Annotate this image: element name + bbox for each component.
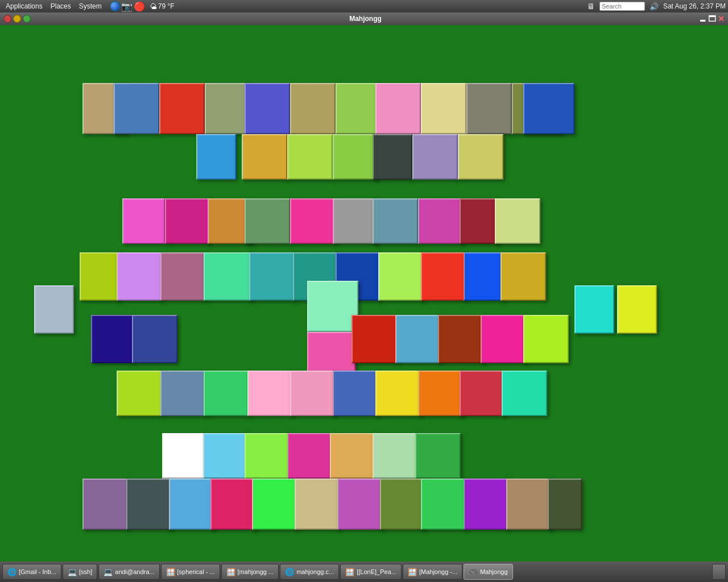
screenshot-icon[interactable]: 📷	[121, 1, 133, 12]
tile-13[interactable]	[242, 134, 287, 180]
tile-72[interactable]	[210, 479, 256, 530]
taskbar-btn-5[interactable]: 🌐mahjongg.c...	[280, 564, 339, 580]
tile-68[interactable]	[415, 433, 461, 479]
window-max-icon[interactable]: 🗖	[708, 14, 716, 23]
tile-57[interactable]	[333, 371, 378, 416]
menu-applications[interactable]: Applications	[2, 1, 46, 11]
tile-17[interactable]	[412, 134, 458, 180]
window-min-icon[interactable]: 🗕	[698, 14, 706, 23]
tile-4[interactable]	[245, 83, 290, 134]
tile-62[interactable]	[162, 433, 205, 479]
tile-38[interactable]	[464, 252, 503, 301]
tile-52[interactable]	[117, 371, 162, 416]
tile-26[interactable]	[418, 198, 464, 244]
tile-3[interactable]	[205, 83, 250, 134]
window-x-icon[interactable]: ✕	[718, 14, 725, 23]
tile-66[interactable]	[330, 433, 375, 479]
taskbar-btn-0[interactable]: 🌐[Gmail - Inb...	[2, 564, 61, 580]
tile-49[interactable]	[438, 315, 483, 363]
tile-69[interactable]	[82, 479, 128, 530]
game-area[interactable]	[0, 25, 728, 562]
tile-8[interactable]	[421, 83, 466, 134]
tile-80[interactable]	[548, 479, 582, 530]
tile-32[interactable]	[204, 252, 252, 301]
tile-67[interactable]	[373, 433, 418, 479]
tile-53[interactable]	[160, 371, 206, 416]
tile-78[interactable]	[464, 479, 509, 530]
tile-56[interactable]	[290, 371, 336, 416]
tile-27[interactable]	[460, 198, 499, 244]
tile-12[interactable]	[196, 134, 236, 180]
tile-48[interactable]	[395, 315, 441, 363]
tile-73[interactable]	[252, 479, 297, 530]
taskbar-btn-4[interactable]: 🪟[mahjongg ...	[221, 564, 279, 580]
menu-places[interactable]: Places	[47, 1, 75, 11]
tile-75[interactable]	[337, 479, 383, 530]
taskbar-btn-3[interactable]: 🪟[spherical - ...	[161, 564, 220, 580]
network-icon[interactable]: 🖥	[587, 2, 595, 11]
tile-31[interactable]	[160, 252, 206, 301]
tile-63[interactable]	[203, 433, 249, 479]
tile-7[interactable]	[375, 83, 421, 134]
tile-5[interactable]	[290, 83, 336, 134]
taskbar-btn-1[interactable]: 💻[ssh]	[63, 564, 97, 580]
tile-45[interactable]	[307, 281, 358, 332]
tile-47[interactable]	[351, 315, 397, 363]
tile-54[interactable]	[204, 371, 249, 416]
tile-59[interactable]	[418, 371, 464, 416]
tile-28[interactable]	[495, 198, 540, 244]
show-desktop-button[interactable]	[712, 564, 726, 580]
tile-55[interactable]	[247, 371, 293, 416]
tile-33[interactable]	[249, 252, 295, 301]
tile-22[interactable]	[245, 198, 290, 244]
tile-37[interactable]	[421, 252, 466, 301]
tile-40[interactable]	[34, 285, 74, 334]
taskbar-btn-7[interactable]: 🪟[Mahjongg -...	[403, 564, 462, 580]
tile-41[interactable]	[574, 285, 614, 334]
window-minimize-button[interactable]	[13, 15, 21, 23]
tile-43[interactable]	[91, 315, 134, 363]
tile-29[interactable]	[80, 252, 119, 301]
tile-79[interactable]	[506, 479, 552, 530]
tile-14[interactable]	[287, 134, 333, 180]
tile-30[interactable]	[117, 252, 162, 301]
tile-77[interactable]	[421, 479, 466, 530]
tile-1[interactable]	[114, 83, 159, 134]
tile-15[interactable]	[333, 134, 378, 180]
taskbar-btn-6[interactable]: 🪟[[LonE]_Pea...	[340, 564, 402, 580]
window-maximize-button[interactable]	[23, 15, 31, 23]
tile-11[interactable]	[523, 83, 574, 134]
tile-36[interactable]	[378, 252, 424, 301]
tile-64[interactable]	[245, 433, 290, 479]
tile-23[interactable]	[290, 198, 336, 244]
tile-50[interactable]	[481, 315, 526, 363]
tile-71[interactable]	[169, 479, 214, 530]
window-close-button[interactable]	[3, 15, 11, 23]
tile-58[interactable]	[375, 371, 421, 416]
taskbar-btn-2[interactable]: 💻andi@andra...	[98, 564, 159, 580]
tile-25[interactable]	[373, 198, 418, 244]
tile-60[interactable]	[460, 371, 505, 416]
volume-icon[interactable]: 🔊	[650, 2, 659, 11]
tile-2[interactable]	[159, 83, 205, 134]
tile-61[interactable]	[502, 371, 547, 416]
tile-65[interactable]	[287, 433, 333, 479]
tile-51[interactable]	[523, 315, 569, 363]
taskbar-btn-8[interactable]: 🎮Mahjongg	[464, 564, 512, 580]
tile-24[interactable]	[333, 198, 378, 244]
tile-16[interactable]	[373, 134, 412, 180]
tile-19[interactable]	[122, 198, 165, 244]
tile-74[interactable]	[295, 479, 340, 530]
tile-20[interactable]	[165, 198, 210, 244]
globe-icon[interactable]	[110, 1, 120, 11]
sysmon-icon[interactable]: 🔴	[134, 1, 145, 12]
tile-70[interactable]	[126, 479, 172, 530]
menu-system[interactable]: System	[76, 1, 105, 11]
search-input[interactable]	[599, 2, 645, 11]
tile-9[interactable]	[466, 83, 512, 134]
tile-6[interactable]	[336, 83, 381, 134]
tile-18[interactable]	[458, 134, 503, 180]
tile-39[interactable]	[500, 252, 546, 301]
tile-76[interactable]	[380, 479, 425, 530]
tile-44[interactable]	[132, 315, 177, 363]
